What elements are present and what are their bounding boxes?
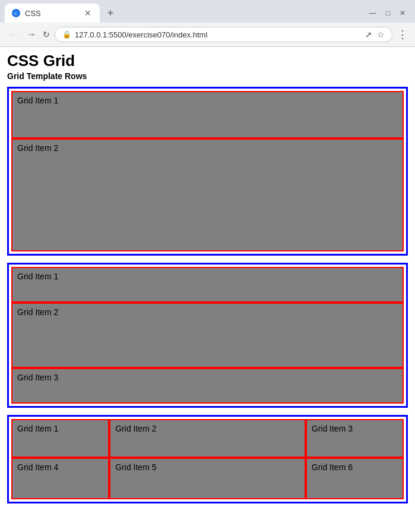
list-item: Grid Item 1	[11, 267, 404, 303]
list-item: Grid Item 3	[306, 419, 404, 458]
browser-chrome: C CSS ✕ + — □ ✕ ← → ↻ 🔒 127.0.0.1:5500/e…	[0, 0, 415, 47]
window-controls: — □ ✕	[369, 9, 410, 17]
favicon-text: C	[14, 11, 18, 16]
section-subtitle: Grid Template Rows	[7, 71, 408, 81]
page-title: CSS Grid	[7, 52, 408, 70]
list-item: Grid Item 2	[11, 303, 404, 368]
browser-menu-button[interactable]: ⋮	[397, 28, 408, 41]
address-bar: ← → ↻ 🔒 127.0.0.1:5500/exercise070/index…	[0, 23, 415, 46]
list-item: Grid Item 2	[109, 419, 306, 458]
minimize-button[interactable]: —	[369, 9, 376, 17]
url-action-icons: ➚ ☆	[365, 30, 385, 39]
refresh-button[interactable]: ↻	[43, 30, 50, 39]
grid-section-2: Grid Item 1 Grid Item 2 Grid Item 3	[7, 263, 408, 408]
list-item: Grid Item 5	[109, 458, 306, 499]
tab-favicon: C	[12, 9, 20, 17]
active-tab[interactable]: C CSS ✕	[5, 4, 100, 23]
grid-section-1: Grid Item 1 Grid Item 2	[7, 87, 408, 256]
tab-bar: C CSS ✕ + — □ ✕	[0, 0, 415, 23]
list-item: Grid Item 3	[11, 368, 404, 404]
new-tab-button[interactable]: +	[102, 5, 119, 21]
list-item: Grid Item 4	[11, 458, 109, 499]
url-text: 127.0.0.1:5500/exercise070/index.html	[75, 30, 362, 39]
share-icon[interactable]: ➚	[365, 30, 372, 39]
lock-icon: 🔒	[62, 30, 71, 39]
bookmark-icon[interactable]: ☆	[377, 30, 385, 39]
close-window-button[interactable]: ✕	[400, 9, 406, 17]
maximize-button[interactable]: □	[386, 9, 390, 17]
url-bar[interactable]: 🔒 127.0.0.1:5500/exercise070/index.html …	[55, 27, 392, 42]
back-button[interactable]: ←	[7, 29, 20, 40]
list-item: Grid Item 6	[306, 458, 404, 499]
list-item: Grid Item 1	[11, 419, 109, 458]
tab-close-button[interactable]: ✕	[83, 8, 93, 18]
grid-section-3: Grid Item 1 Grid Item 2 Grid Item 3 Grid…	[7, 415, 408, 503]
list-item: Grid Item 1	[11, 91, 404, 138]
forward-button[interactable]: →	[25, 29, 38, 40]
tab-title: CSS	[25, 9, 78, 18]
list-item: Grid Item 2	[11, 138, 404, 251]
page-content: CSS Grid Grid Template Rows Grid Item 1 …	[0, 47, 415, 515]
